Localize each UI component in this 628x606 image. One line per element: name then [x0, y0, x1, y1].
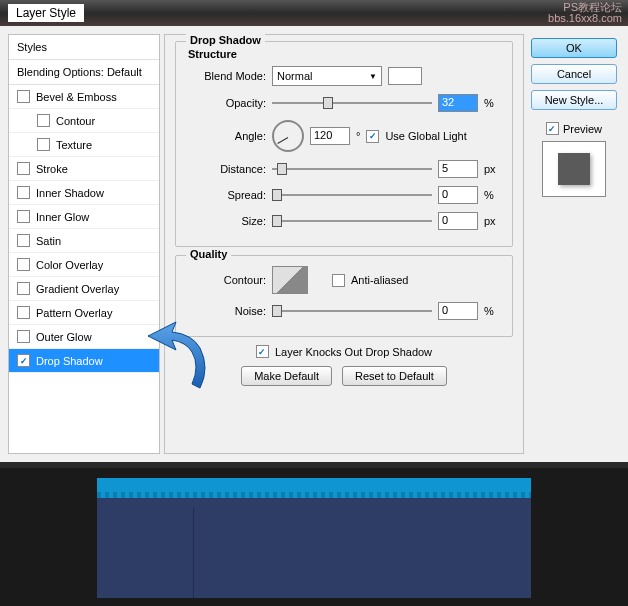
- blend-mode-label: Blend Mode:: [184, 70, 266, 82]
- styles-list: Styles Blending Options: Default Bevel &…: [8, 34, 160, 454]
- noise-input[interactable]: 0: [438, 302, 478, 320]
- size-slider[interactable]: [272, 212, 432, 230]
- style-checkbox[interactable]: [17, 186, 30, 199]
- window-title: Layer Style: [8, 4, 84, 22]
- cancel-button[interactable]: Cancel: [531, 64, 617, 84]
- spread-input[interactable]: 0: [438, 186, 478, 204]
- style-label: Bevel & Emboss: [36, 91, 117, 103]
- anti-aliased-checkbox[interactable]: [332, 274, 345, 287]
- distance-label: Distance:: [184, 163, 266, 175]
- style-checkbox[interactable]: [17, 210, 30, 223]
- style-label: Stroke: [36, 163, 68, 175]
- knockout-checkbox[interactable]: [256, 345, 269, 358]
- style-item-inner-shadow[interactable]: Inner Shadow: [9, 181, 159, 205]
- use-global-light-label: Use Global Light: [385, 130, 466, 142]
- style-checkbox[interactable]: [37, 114, 50, 127]
- style-label: Satin: [36, 235, 61, 247]
- style-item-satin[interactable]: Satin: [9, 229, 159, 253]
- angle-dial[interactable]: [272, 120, 304, 152]
- spread-label: Spread:: [184, 189, 266, 201]
- style-label: Color Overlay: [36, 259, 103, 271]
- preview-checkbox[interactable]: [546, 122, 559, 135]
- noise-slider[interactable]: [272, 302, 432, 320]
- style-checkbox[interactable]: [17, 162, 30, 175]
- reset-default-button[interactable]: Reset to Default: [342, 366, 447, 386]
- opacity-slider[interactable]: [272, 94, 432, 112]
- quality-title: Quality: [186, 248, 231, 260]
- style-checkbox[interactable]: [17, 354, 30, 367]
- size-unit: px: [484, 215, 504, 227]
- opacity-unit: %: [484, 97, 504, 109]
- spread-slider[interactable]: [272, 186, 432, 204]
- style-label: Inner Shadow: [36, 187, 104, 199]
- preview-label: Preview: [563, 123, 602, 135]
- style-label: Outer Glow: [36, 331, 92, 343]
- style-item-gradient-overlay[interactable]: Gradient Overlay: [9, 277, 159, 301]
- anti-aliased-label: Anti-aliased: [351, 274, 408, 286]
- spread-unit: %: [484, 189, 504, 201]
- new-style-button[interactable]: New Style...: [531, 90, 617, 110]
- contour-picker[interactable]: [272, 266, 308, 294]
- style-checkbox[interactable]: [17, 234, 30, 247]
- angle-unit: °: [356, 130, 360, 142]
- style-label: Texture: [56, 139, 92, 151]
- opacity-label: Opacity:: [184, 97, 266, 109]
- styles-header[interactable]: Styles: [9, 35, 159, 60]
- style-item-color-overlay[interactable]: Color Overlay: [9, 253, 159, 277]
- use-global-light-checkbox[interactable]: [366, 130, 379, 143]
- noise-unit: %: [484, 305, 504, 317]
- knockout-label: Layer Knocks Out Drop Shadow: [275, 346, 432, 358]
- blending-options[interactable]: Blending Options: Default: [9, 60, 159, 85]
- distance-input[interactable]: 5: [438, 160, 478, 178]
- title-bar: Layer Style PS教程论坛 bbs.16xx8.com: [0, 0, 628, 26]
- style-label: Inner Glow: [36, 211, 89, 223]
- background-preview: [0, 468, 628, 606]
- style-label: Pattern Overlay: [36, 307, 112, 319]
- drop-shadow-settings: Drop Shadow Structure Blend Mode: Normal…: [164, 34, 524, 454]
- style-item-pattern-overlay[interactable]: Pattern Overlay: [9, 301, 159, 325]
- size-input[interactable]: 0: [438, 212, 478, 230]
- style-item-outer-glow[interactable]: Outer Glow: [9, 325, 159, 349]
- style-item-texture[interactable]: Texture: [9, 133, 159, 157]
- style-item-inner-glow[interactable]: Inner Glow: [9, 205, 159, 229]
- preview-thumbnail: [542, 141, 606, 197]
- noise-label: Noise:: [184, 305, 266, 317]
- ok-button[interactable]: OK: [531, 38, 617, 58]
- style-item-stroke[interactable]: Stroke: [9, 157, 159, 181]
- drop-shadow-title: Drop Shadow: [186, 34, 265, 46]
- style-checkbox[interactable]: [17, 282, 30, 295]
- structure-title: Structure: [188, 48, 504, 60]
- style-checkbox[interactable]: [17, 330, 30, 343]
- style-checkbox[interactable]: [17, 90, 30, 103]
- contour-label: Contour:: [184, 274, 266, 286]
- make-default-button[interactable]: Make Default: [241, 366, 332, 386]
- watermark: PS教程论坛 bbs.16xx8.com: [548, 2, 622, 24]
- style-label: Contour: [56, 115, 95, 127]
- style-label: Gradient Overlay: [36, 283, 119, 295]
- opacity-input[interactable]: 32: [438, 94, 478, 112]
- distance-slider[interactable]: [272, 160, 432, 178]
- angle-label: Angle:: [184, 130, 266, 142]
- style-checkbox[interactable]: [17, 258, 30, 271]
- style-item-contour[interactable]: Contour: [9, 109, 159, 133]
- shadow-color-swatch[interactable]: [388, 67, 422, 85]
- style-item-bevel-emboss[interactable]: Bevel & Emboss: [9, 85, 159, 109]
- distance-unit: px: [484, 163, 504, 175]
- style-checkbox[interactable]: [17, 306, 30, 319]
- size-label: Size:: [184, 215, 266, 227]
- angle-input[interactable]: 120: [310, 127, 350, 145]
- blend-mode-dropdown[interactable]: Normal: [272, 66, 382, 86]
- style-label: Drop Shadow: [36, 355, 103, 367]
- style-item-drop-shadow[interactable]: Drop Shadow: [9, 349, 159, 373]
- style-checkbox[interactable]: [37, 138, 50, 151]
